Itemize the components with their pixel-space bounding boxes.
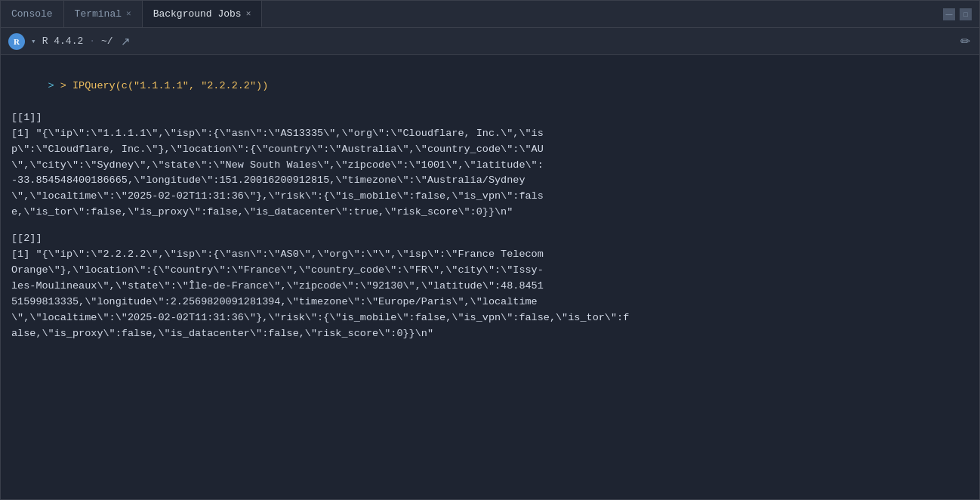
working-dir-label: ~/ [101, 35, 113, 47]
output-line-1-2: p\":\"Cloudflare, Inc.\"},\"location\":{… [11, 142, 969, 158]
tab-bar: Console Terminal ✕ Background Jobs ✕ — □ [1, 1, 979, 28]
window-controls: — □ [943, 1, 979, 27]
main-window: Console Terminal ✕ Background Jobs ✕ — □… [0, 0, 980, 500]
output-line-2-3: les-Moulineaux\",\"state\":\"Île-de-Fran… [11, 279, 969, 295]
output-line-2-2: Orange\"},\"location\":{\"country\":\"Fr… [11, 263, 969, 279]
brush-button[interactable]: ✏ [959, 32, 972, 50]
output-section-2-header: [[2]] [11, 231, 969, 247]
toolbar: R ▾ R 4.4.2 · ~/ ↗ ✏ [1, 28, 979, 55]
tab-background-jobs-close[interactable]: ✕ [246, 10, 251, 18]
tab-console-label: Console [11, 8, 53, 20]
output-line-2-5: \",\"localtime\":\"2025-02-02T11:31:36\"… [11, 310, 969, 326]
output-line-1-5: \",\"localtime\":\"2025-02-02T11:31:36\"… [11, 189, 969, 205]
toolbar-dropdown-arrow[interactable]: ▾ [31, 36, 36, 46]
tab-background-jobs[interactable]: Background Jobs ✕ [143, 1, 263, 27]
command-prompt-line: > > IPQuery(c("1.1.1.1", "2.2.2.2")) [11, 63, 969, 110]
output-line-1-1: [1] "{\"ip\":\"1.1.1.1\",\"isp\":{\"asn\… [11, 126, 969, 142]
output-line-2-6: alse,\"is_proxy\":false,\"is_datacenter\… [11, 326, 969, 342]
tab-terminal-label: Terminal [75, 8, 122, 20]
minimize-button[interactable]: — [943, 8, 955, 20]
console-output-area[interactable]: > > IPQuery(c("1.1.1.1", "2.2.2.2")) [[1… [1, 55, 979, 499]
toolbar-right: ✏ [959, 32, 972, 50]
tab-terminal-close[interactable]: ✕ [126, 10, 131, 18]
toolbar-separator: · [89, 35, 95, 47]
output-line-1-3: \",\"city\":\"Sydney\",\"state\":\"New S… [11, 158, 969, 174]
tab-console[interactable]: Console [1, 1, 64, 27]
output-line-2-4: 51599813335,\"longitude\":2.256982009128… [11, 295, 969, 310]
brush-icon: ✏ [960, 34, 970, 48]
spacer-1 [11, 221, 969, 231]
maximize-icon: □ [963, 11, 967, 18]
output-section-1-header: [[1]] [11, 110, 969, 126]
tab-terminal[interactable]: Terminal ✕ [64, 1, 143, 27]
output-line-1-4: -33.854548400186665,\"longitude\":151.20… [11, 173, 969, 189]
share-icon[interactable]: ↗ [119, 33, 132, 50]
output-line-2-1: [1] "{\"ip\":\"2.2.2.2\",\"isp\":{\"asn\… [11, 247, 969, 263]
output-line-1-6: e,\"is_tor\":false,\"is_proxy\":false,\"… [11, 205, 969, 221]
share-arrow-icon: ↗ [121, 35, 131, 48]
tab-background-jobs-label: Background Jobs [153, 8, 242, 20]
r-version-label: R 4.4.2 [42, 35, 84, 47]
maximize-button[interactable]: □ [960, 8, 972, 20]
command-text: > IPQuery(c("1.1.1.1", "2.2.2.2")) [60, 80, 268, 91]
minimize-icon: — [946, 11, 953, 18]
r-logo-icon: R [8, 33, 25, 50]
prompt-symbol: > [48, 80, 60, 91]
